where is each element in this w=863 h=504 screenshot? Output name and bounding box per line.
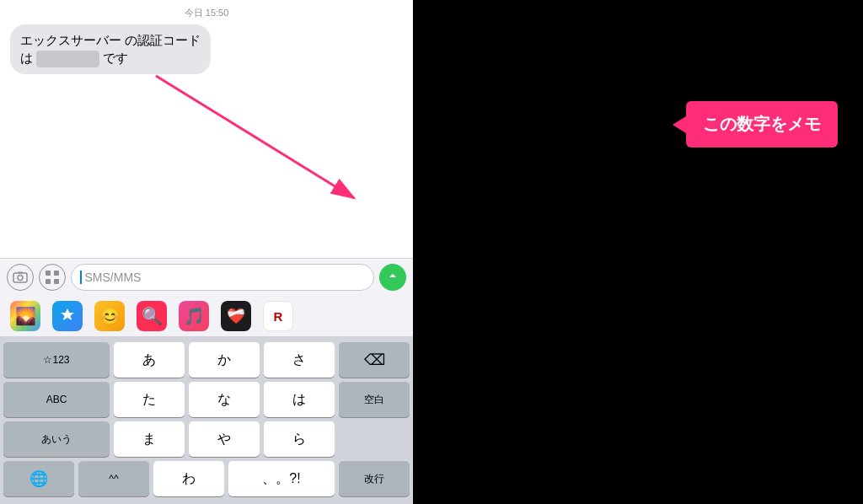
svg-rect-5	[46, 279, 51, 284]
app-icons-row: 🌄 😊 🔍 🎵 ❤️‍🩹 R	[0, 296, 413, 337]
key-a[interactable]: あ	[114, 342, 185, 378]
keyboard-row-2: ABC た な は 空白	[3, 382, 410, 417]
camera-button[interactable]	[7, 264, 34, 291]
apps-button[interactable]	[39, 264, 66, 291]
key-ya[interactable]: や	[189, 421, 260, 457]
memoji-icon[interactable]: 😊	[94, 301, 125, 331]
code-placeholder: ○○○○○○	[36, 51, 99, 67]
annotation-text: この数字をメモ	[703, 115, 821, 133]
key-aiueo[interactable]: あいう	[3, 421, 110, 457]
key-123[interactable]: ☆123	[3, 342, 110, 378]
key-punct1[interactable]: ^^	[78, 461, 149, 496]
annotation-callout: この数字をメモ	[686, 101, 838, 147]
key-delete[interactable]: ⌫	[339, 342, 410, 378]
key-sa[interactable]: さ	[264, 342, 335, 378]
rakuten-icon[interactable]: R	[263, 301, 293, 331]
key-ra[interactable]: ら	[264, 421, 335, 457]
message-bubble: エックスサーバー の認証コード は ○○○○○○ です	[10, 24, 211, 74]
keyboard-row-4: 🌐 ^^ わ 、。?! 改行	[3, 461, 410, 496]
key-globe[interactable]: 🌐	[3, 461, 74, 496]
input-placeholder: SMS/MMS	[85, 271, 142, 284]
message-input[interactable]: SMS/MMS	[71, 264, 374, 291]
svg-rect-2	[18, 272, 23, 274]
keyboard: ☆123 あ か さ ⌫ ABC た な は 空白 あいう ま や ら	[0, 337, 413, 504]
key-ka[interactable]: か	[189, 342, 260, 378]
svg-point-1	[18, 276, 23, 281]
svg-rect-4	[54, 271, 59, 276]
phone-panel: 今日 15:50 エックスサーバー の認証コード は ○○○○○○ です	[0, 0, 413, 504]
input-bar: SMS/MMS	[0, 258, 413, 296]
photos-app-icon[interactable]: 🌄	[10, 301, 40, 331]
keyboard-row-1: ☆123 あ か さ ⌫	[3, 342, 410, 378]
send-button[interactable]	[379, 264, 406, 291]
svg-rect-3	[46, 271, 51, 276]
message-line1: エックスサーバー の認証コード	[20, 33, 201, 47]
key-abc[interactable]: ABC	[3, 382, 110, 417]
key-ha[interactable]: は	[264, 382, 335, 417]
search-app-icon[interactable]: 🔍	[137, 301, 167, 331]
key-punct2[interactable]: 、。?!	[228, 461, 335, 496]
message-area: エックスサーバー の認証コード は ○○○○○○ です	[0, 24, 413, 258]
heart-app-icon[interactable]: ❤️‍🩹	[221, 301, 251, 331]
key-space[interactable]: 空白	[339, 382, 410, 417]
svg-rect-0	[13, 273, 27, 282]
key-enter-placeholder	[339, 421, 410, 457]
appstore-icon[interactable]	[52, 301, 83, 331]
right-panel: この数字をメモ	[413, 0, 863, 504]
svg-rect-6	[54, 279, 59, 284]
keyboard-row-3: あいう ま や ら	[3, 421, 410, 457]
text-cursor	[80, 271, 82, 284]
key-ta[interactable]: た	[114, 382, 185, 417]
message-line2-suffix: です	[99, 51, 128, 65]
key-return[interactable]: 改行	[339, 461, 410, 496]
key-ma[interactable]: ま	[114, 421, 185, 457]
message-timestamp: 今日 15:50	[0, 0, 413, 24]
messages-screen: 今日 15:50 エックスサーバー の認証コード は ○○○○○○ です	[0, 0, 413, 504]
key-wa[interactable]: わ	[153, 461, 224, 496]
message-line2-prefix: は	[20, 51, 36, 65]
key-na[interactable]: な	[189, 382, 260, 417]
music-icon[interactable]: 🎵	[179, 301, 209, 331]
